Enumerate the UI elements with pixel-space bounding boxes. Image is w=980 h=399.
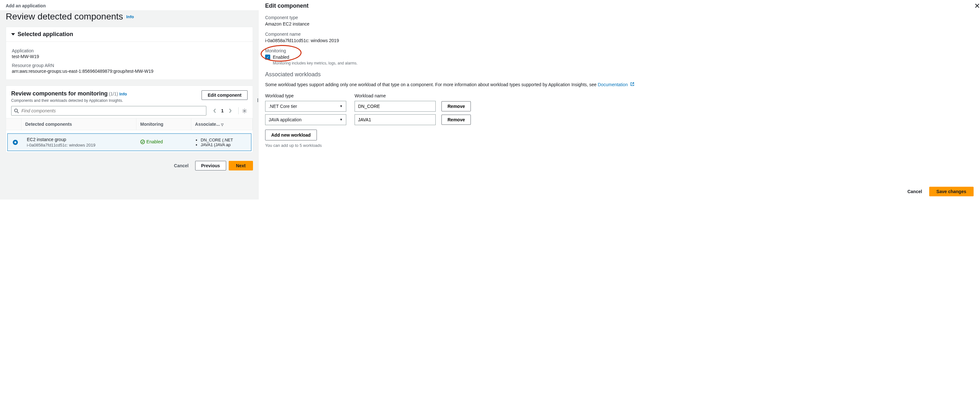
panel-header-toggle[interactable]: Selected application [6, 27, 253, 42]
component-type-value: Amazon EC2 instance [265, 21, 974, 27]
selected-app-title: Selected application [18, 31, 73, 38]
page-number: 1 [221, 108, 224, 113]
row-component-id: i-0a0858a7fd11cd51c: windows 2019 [27, 142, 132, 147]
component-name-value: i-0a0858a7fd11cd51c: windows 2019 [265, 38, 974, 43]
svg-point-2 [244, 110, 245, 112]
components-subtext: Components and their workloads detected … [11, 98, 127, 103]
component-name-label: Component name [265, 32, 974, 37]
monitoring-enabled-text: Enabled [273, 55, 289, 60]
svg-point-0 [14, 109, 17, 112]
search-icon [14, 109, 19, 113]
workload-name-input[interactable] [355, 114, 436, 125]
components-info-link[interactable]: Info [119, 92, 127, 97]
external-link-icon [630, 82, 635, 88]
workload-type-select[interactable]: .NET Core tier▼ [265, 101, 346, 112]
page-title: Review detected components [6, 11, 123, 22]
divider [238, 107, 239, 114]
application-label: Application [12, 48, 247, 53]
workload-name-header: Workload name [355, 93, 438, 98]
workload-type-select[interactable]: JAVA application▼ [265, 114, 346, 125]
components-count: (1/1) [109, 91, 118, 97]
save-changes-button[interactable]: Save changes [929, 187, 974, 196]
sort-caret-icon: ▽ [221, 123, 224, 127]
monitoring-checkbox[interactable]: ✓ [265, 55, 270, 60]
col-associated[interactable]: Associate...▽ [191, 119, 253, 130]
col-monitoring[interactable]: Monitoring [137, 119, 191, 130]
associated-list: DN_CORE (.NET JAVA1 (JAVA ap [194, 138, 247, 147]
close-icon[interactable]: ✕ [974, 2, 980, 10]
row-radio[interactable] [13, 140, 18, 145]
search-components[interactable] [11, 106, 206, 116]
application-value: test-MW-W19 [12, 54, 247, 59]
svg-line-1 [17, 112, 19, 113]
remove-workload-button[interactable]: Remove [441, 101, 471, 111]
previous-button[interactable]: Previous [195, 161, 226, 171]
drawer-title: Edit component [265, 0, 974, 9]
check-circle-icon [140, 139, 145, 144]
add-workload-help: You can add up to 5 workloads [265, 143, 974, 148]
workload-name-input[interactable] [355, 101, 436, 112]
components-panel: Review components for monitoring (1/1) I… [6, 86, 253, 153]
col-detected-components[interactable]: Detected components [21, 119, 137, 130]
breadcrumb: Add an application [0, 0, 259, 10]
components-title: Review components for monitoring [11, 90, 108, 97]
info-link[interactable]: Info [126, 14, 134, 19]
remove-workload-button[interactable]: Remove [441, 115, 471, 125]
chevron-down-icon: ▼ [340, 118, 343, 121]
caret-down-icon [11, 33, 15, 35]
workload-row: .NET Core tier▼ Remove [265, 101, 974, 112]
table-header: Detected components Monitoring Associate… [6, 118, 253, 130]
search-input[interactable] [21, 108, 204, 114]
table-row[interactable]: EC2 instance group i-0a0858a7fd11cd51c: … [7, 133, 251, 151]
page-next-icon[interactable] [227, 108, 233, 114]
selected-application-panel: Selected application Application test-MW… [6, 27, 253, 80]
arn-value: arn:aws:resource-groups:us-east-1:856960… [12, 69, 247, 74]
drawer-resize-handle[interactable]: || [257, 98, 258, 102]
monitoring-label: Monitoring [265, 48, 289, 53]
documentation-link[interactable]: Documentation [598, 82, 628, 87]
status-badge: Enabled [140, 139, 162, 144]
next-button[interactable]: Next [229, 161, 253, 171]
chevron-down-icon: ▼ [340, 104, 343, 108]
cancel-button[interactable]: Cancel [170, 161, 192, 171]
associated-workloads-description: Some workload types support adding only … [265, 82, 974, 88]
add-workload-button[interactable]: Add new workload [265, 130, 317, 141]
workload-row: JAVA application▼ Remove [265, 114, 974, 125]
arn-label: Resource group ARN [12, 63, 247, 68]
workload-type-header: Workload type [265, 93, 355, 98]
associated-workloads-heading: Associated workloads [265, 71, 974, 78]
edit-component-button[interactable]: Edit component [202, 90, 248, 100]
drawer-cancel-button[interactable]: Cancel [904, 187, 926, 196]
component-type-label: Component type [265, 15, 974, 20]
page-prev-icon[interactable] [212, 108, 218, 114]
row-component-name: EC2 instance group [27, 137, 132, 142]
monitoring-help-text: Monitoring includes key metrics, logs, a… [273, 61, 974, 65]
gear-icon[interactable] [241, 108, 248, 114]
